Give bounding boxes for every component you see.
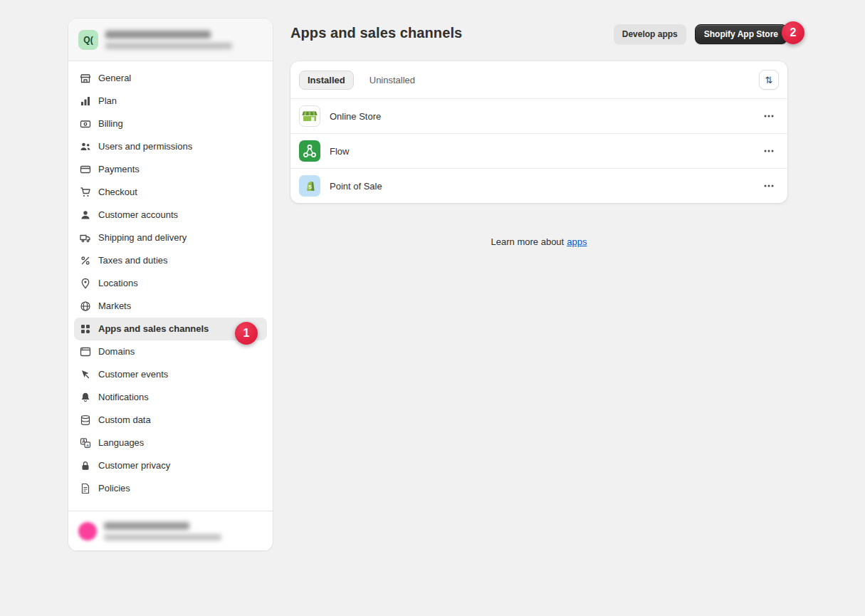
sidebar-item-label: Domains bbox=[98, 345, 135, 359]
sidebar-item-label: Policies bbox=[98, 481, 130, 496]
sidebar-item-shipping-delivery[interactable]: Shipping and delivery bbox=[74, 226, 267, 249]
person-icon bbox=[80, 209, 91, 221]
settings-sidebar: Q( General Plan Billing bbox=[68, 19, 273, 550]
tab-installed[interactable]: Installed bbox=[299, 71, 354, 90]
app-name: Online Store bbox=[330, 111, 381, 122]
ellipsis-icon bbox=[763, 110, 775, 122]
redacted-store-email bbox=[105, 43, 232, 49]
app-name: Point of Sale bbox=[330, 181, 382, 192]
browser-icon bbox=[80, 346, 91, 357]
sidebar-item-label: Customer accounts bbox=[98, 208, 178, 222]
sidebar-item-label: Markets bbox=[98, 299, 131, 313]
sort-icon: ⇅ bbox=[765, 75, 773, 85]
ellipsis-icon bbox=[763, 180, 775, 192]
sidebar-item-custom-data[interactable]: Custom data bbox=[74, 409, 267, 432]
annotation-badge-1: 1 bbox=[235, 322, 258, 345]
sidebar-item-payments[interactable]: Payments bbox=[74, 158, 267, 181]
lock-icon bbox=[80, 460, 91, 471]
sidebar-item-general[interactable]: General bbox=[74, 67, 267, 90]
sidebar-item-plan[interactable]: Plan bbox=[74, 90, 267, 113]
learn-more-footer: Learn more about apps bbox=[290, 236, 787, 247]
sidebar-item-locations[interactable]: Locations bbox=[74, 272, 267, 295]
sidebar-item-label: Customer privacy bbox=[98, 459, 170, 473]
sidebar-item-label: Custom data bbox=[98, 413, 151, 427]
sidebar-item-label: General bbox=[98, 71, 131, 85]
shopify-app-store-button[interactable]: Shopify App Store bbox=[695, 24, 787, 44]
sidebar-item-label: Checkout bbox=[98, 185, 137, 199]
sidebar-item-taxes-duties[interactable]: Taxes and duties bbox=[74, 249, 267, 272]
app-row-flow: Flow bbox=[290, 134, 787, 169]
sidebar-item-label: Billing bbox=[98, 117, 123, 131]
sidebar-item-label: Apps and sales channels bbox=[98, 322, 209, 336]
credit-card-icon bbox=[80, 164, 91, 175]
develop-apps-button[interactable]: Develop apps bbox=[614, 24, 686, 44]
apps-card: Installed Uninstalled ⇅ Online Store Flo… bbox=[290, 61, 787, 203]
sidebar-item-label: Languages bbox=[98, 436, 144, 450]
redacted-store-name bbox=[105, 31, 211, 38]
sidebar-item-notifications[interactable]: Notifications bbox=[74, 386, 267, 409]
sidebar-item-customer-accounts[interactable]: Customer accounts bbox=[74, 204, 267, 226]
apps-grid-icon bbox=[80, 323, 91, 335]
truck-icon bbox=[80, 232, 91, 244]
map-pin-icon bbox=[80, 278, 91, 289]
storefront-icon bbox=[80, 73, 91, 84]
bar-chart-icon bbox=[80, 95, 91, 107]
annotation-badge-2: 2 bbox=[782, 21, 804, 44]
redacted-user-name bbox=[104, 522, 189, 530]
percent-icon bbox=[80, 255, 91, 266]
store-switcher[interactable]: Q( bbox=[68, 19, 273, 61]
user-account-menu[interactable] bbox=[68, 511, 273, 550]
sidebar-item-policies[interactable]: Policies bbox=[74, 477, 267, 500]
app-row-point-of-sale: S Point of Sale bbox=[290, 169, 787, 203]
learn-more-text: Learn more about bbox=[491, 236, 565, 247]
tab-uninstalled[interactable]: Uninstalled bbox=[361, 71, 424, 90]
sidebar-item-label: Locations bbox=[98, 276, 138, 291]
translate-icon: Aa bbox=[80, 437, 91, 449]
sidebar-item-customer-events[interactable]: Customer events bbox=[74, 363, 267, 386]
redacted-user-email bbox=[104, 534, 221, 541]
document-icon bbox=[80, 483, 91, 494]
store-avatar: Q( bbox=[78, 30, 98, 50]
sidebar-item-domains[interactable]: Domains bbox=[74, 340, 267, 363]
database-icon bbox=[80, 414, 91, 426]
flow-menu-button[interactable] bbox=[759, 142, 779, 160]
ellipsis-icon bbox=[763, 145, 775, 157]
apps-link[interactable]: apps bbox=[567, 236, 587, 247]
globe-icon bbox=[80, 301, 91, 312]
header-actions: Develop apps Shopify App Store bbox=[290, 24, 787, 44]
sidebar-item-users-permissions[interactable]: Users and permissions bbox=[74, 135, 267, 158]
users-icon bbox=[80, 141, 91, 152]
svg-text:S: S bbox=[308, 184, 312, 190]
online-store-menu-button[interactable] bbox=[759, 108, 779, 125]
sort-button[interactable]: ⇅ bbox=[759, 70, 779, 90]
pos-icon: S bbox=[299, 175, 320, 197]
sidebar-item-label: Customer events bbox=[98, 367, 168, 382]
settings-nav: General Plan Billing Users and permissio… bbox=[68, 61, 273, 511]
sidebar-item-billing[interactable]: Billing bbox=[74, 113, 267, 135]
sidebar-item-label: Users and permissions bbox=[98, 140, 192, 154]
bell-icon bbox=[80, 392, 91, 403]
banknote-icon bbox=[80, 118, 91, 130]
sidebar-item-label: Payments bbox=[98, 162, 140, 177]
sidebar-item-label: Taxes and duties bbox=[98, 254, 168, 268]
user-avatar bbox=[78, 522, 97, 541]
sidebar-item-checkout[interactable]: Checkout bbox=[74, 181, 267, 204]
sidebar-item-markets[interactable]: Markets bbox=[74, 295, 267, 318]
app-row-online-store: Online Store bbox=[290, 99, 787, 134]
online-store-icon bbox=[299, 105, 320, 127]
sidebar-item-label: Notifications bbox=[98, 390, 149, 404]
app-name: Flow bbox=[330, 146, 349, 157]
sidebar-item-customer-privacy[interactable]: Customer privacy bbox=[74, 454, 267, 477]
sidebar-item-label: Plan bbox=[98, 94, 117, 108]
flow-icon bbox=[299, 140, 320, 162]
point-of-sale-menu-button[interactable] bbox=[759, 177, 779, 194]
sidebar-item-label: Shipping and delivery bbox=[98, 231, 187, 245]
apps-card-tabs: Installed Uninstalled ⇅ bbox=[290, 61, 787, 98]
sidebar-item-languages[interactable]: Aa Languages bbox=[74, 432, 267, 454]
cursor-icon bbox=[80, 369, 91, 380]
cart-icon bbox=[80, 187, 91, 198]
